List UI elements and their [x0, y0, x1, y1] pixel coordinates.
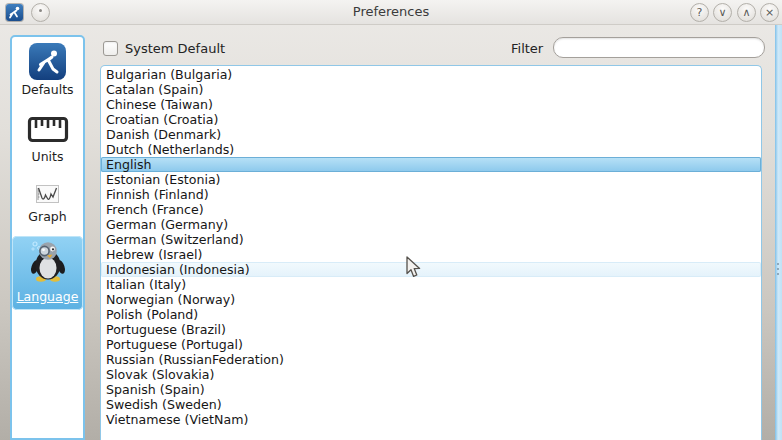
sidebar-item-label: Language: [12, 289, 83, 304]
window-title: Preferences: [0, 4, 782, 19]
language-row[interactable]: German (Germany): [101, 217, 761, 232]
right-splitter-strip[interactable]: [775, 25, 782, 440]
tux-penguin-icon: [26, 239, 70, 287]
sidebar-item-language[interactable]: Language: [12, 236, 83, 310]
sidebar-item-defaults[interactable]: Defaults: [12, 40, 83, 103]
system-default-label[interactable]: System Default: [125, 41, 225, 56]
language-row[interactable]: Portuguese (Portugal): [101, 337, 761, 352]
language-row[interactable]: German (Switzerland): [101, 232, 761, 247]
profile-graph-icon: [36, 185, 59, 207]
sidebar-item-label: Defaults: [12, 82, 83, 97]
filter-input[interactable]: [553, 37, 765, 58]
chevron-up-icon: ∧: [742, 7, 750, 18]
language-row[interactable]: Finnish (Finland): [101, 187, 761, 202]
language-row[interactable]: Norwegian (Norway): [101, 292, 761, 307]
shade-down-button[interactable]: ∨: [713, 3, 732, 22]
system-default-checkbox[interactable]: [103, 41, 118, 56]
language-row[interactable]: Spanish (Spain): [101, 382, 761, 397]
question-icon: ?: [697, 7, 703, 18]
language-row[interactable]: Vietnamese (VietNam): [101, 412, 761, 427]
language-row[interactable]: Bulgarian (Bulgaria): [101, 67, 761, 82]
grip-dot-icon: [777, 273, 779, 275]
chevron-down-icon: ∨: [718, 7, 726, 18]
sidebar-item-graph[interactable]: Graph: [12, 182, 83, 230]
language-row[interactable]: Slovak (Slovakia): [101, 367, 761, 382]
language-row[interactable]: French (France): [101, 202, 761, 217]
close-button[interactable]: ×: [760, 3, 779, 22]
close-icon: ×: [765, 7, 774, 18]
language-row[interactable]: Italian (Italy): [101, 277, 761, 292]
language-row[interactable]: Portuguese (Brazil): [101, 322, 761, 337]
sidebar-item-units[interactable]: Units: [12, 113, 83, 170]
language-row[interactable]: English: [101, 157, 761, 172]
language-row[interactable]: Danish (Denmark): [101, 127, 761, 142]
language-row[interactable]: Polish (Poland): [101, 307, 761, 322]
shade-up-button[interactable]: ∧: [737, 3, 756, 22]
sidebar-item-label: Units: [12, 149, 83, 164]
language-row[interactable]: Estonian (Estonia): [101, 172, 761, 187]
language-row[interactable]: Croatian (Croatia): [101, 112, 761, 127]
language-row[interactable]: Chinese (Taiwan): [101, 97, 761, 112]
language-row[interactable]: Russian (RussianFederation): [101, 352, 761, 367]
language-list[interactable]: Bulgarian (Bulgaria)Catalan (Spain)Chine…: [100, 65, 762, 440]
filter-label: Filter: [511, 41, 543, 56]
language-row[interactable]: Dutch (Netherlands): [101, 142, 761, 157]
preferences-sidebar: Defaults Units Graph: [10, 35, 85, 440]
sidebar-item-label: Graph: [12, 209, 83, 224]
language-row[interactable]: Swedish (Sweden): [101, 397, 761, 412]
diver-icon: [29, 43, 66, 80]
language-row[interactable]: Indonesian (Indonesia): [101, 262, 761, 277]
titlebar[interactable]: Preferences ? ∨ ∧ ×: [0, 0, 782, 25]
ruler-icon: [27, 116, 69, 147]
language-row[interactable]: Hebrew (Israel): [101, 247, 761, 262]
grip-dot-icon: [777, 263, 779, 265]
help-button[interactable]: ?: [690, 3, 709, 22]
grip-dot-icon: [777, 268, 779, 270]
language-row[interactable]: Catalan (Spain): [101, 82, 761, 97]
